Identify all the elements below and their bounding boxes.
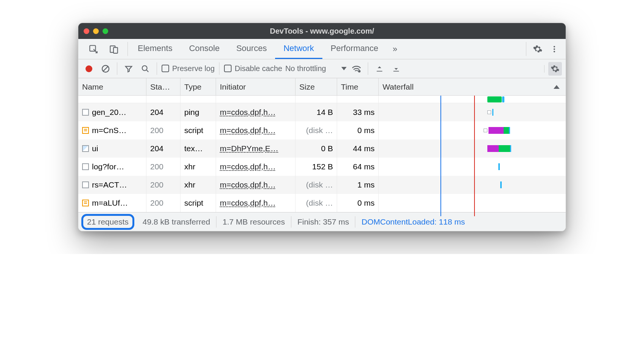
tab-performance[interactable]: Performance — [322, 39, 387, 59]
panel-tabs: Elements Console Sources Network Perform… — [129, 39, 403, 59]
request-name: m=aLUf… — [92, 198, 128, 208]
file-type-icon — [82, 127, 89, 134]
col-waterfall[interactable]: Waterfall — [379, 78, 566, 95]
minimize-icon[interactable] — [93, 28, 99, 34]
file-type-icon — [82, 163, 89, 170]
request-initiator[interactable]: m=cdos,dpf,h… — [220, 126, 276, 135]
svg-point-8 — [142, 65, 147, 70]
table-row[interactable]: rs=ACT… 200 xhr m=cdos,dpf,h… (disk … 1 … — [78, 176, 566, 194]
search-icon[interactable] — [138, 62, 152, 76]
status-transferred: 49.8 kB transferred — [137, 216, 217, 228]
table-row[interactable]: log?for… 200 xhr m=cdos,dpf,h… 152 B 64 … — [78, 158, 566, 176]
svg-line-7 — [103, 66, 108, 71]
request-name: m=CnS… — [92, 126, 127, 135]
svg-point-3 — [554, 46, 555, 47]
request-type: script — [180, 194, 216, 212]
waterfall-cell — [379, 176, 566, 194]
svg-point-10 — [358, 70, 361, 73]
request-name: rs=ACT… — [92, 180, 127, 189]
request-size: 14 B — [296, 103, 337, 121]
col-time[interactable]: Time — [337, 78, 379, 95]
clear-icon[interactable] — [99, 62, 112, 76]
tab-elements[interactable]: Elements — [129, 39, 181, 59]
svg-point-5 — [554, 51, 555, 52]
maximize-icon[interactable] — [103, 28, 108, 34]
request-size: 152 B — [296, 158, 337, 176]
record-button[interactable] — [82, 62, 96, 76]
request-time: 0 ms — [337, 194, 379, 212]
network-conditions-icon[interactable] — [350, 62, 363, 76]
request-status: 200 — [146, 121, 180, 139]
file-type-icon — [82, 181, 89, 188]
svg-rect-2 — [114, 47, 118, 53]
device-toolbar-icon[interactable] — [107, 42, 121, 56]
table-row[interactable]: m=aLUf… 200 script m=cdos,dpf,h… (disk …… — [78, 194, 566, 212]
sort-asc-icon — [554, 85, 560, 89]
request-initiator[interactable]: m=cdos,dpf,h… — [220, 180, 276, 189]
request-type: script — [180, 121, 216, 139]
request-status: 204 — [146, 103, 180, 121]
close-icon[interactable] — [84, 28, 89, 34]
table-row[interactable]: ui 204 tex… m=DhPYme,E… 0 B 44 ms — [78, 139, 566, 158]
requests-table: Name Sta… Type Initiator Size Time Water… — [78, 78, 566, 212]
table-row[interactable]: m=CnS… 200 script m=cdos,dpf,h… (disk … … — [78, 121, 566, 139]
table-header: Name Sta… Type Initiator Size Time Water… — [78, 78, 566, 96]
request-type: tex… — [180, 139, 216, 158]
waterfall-cell — [379, 121, 566, 139]
waterfall-cell — [379, 139, 566, 158]
network-toolbar: Preserve log Disable cache No throttling — [78, 59, 566, 78]
network-settings-icon[interactable] — [548, 62, 562, 76]
status-resources: 1.7 MB resources — [216, 216, 291, 228]
request-initiator[interactable]: m=DhPYme,E… — [220, 144, 278, 153]
request-name: gen_20… — [92, 108, 126, 117]
kebab-menu-icon[interactable] — [548, 42, 561, 56]
tab-console[interactable]: Console — [181, 39, 228, 59]
status-dcl: DOMContentLoaded: 118 ms — [355, 216, 471, 228]
request-type: xhr — [180, 176, 216, 194]
throttling-label: No throttling — [285, 64, 326, 73]
request-time: 64 ms — [337, 158, 379, 176]
request-time: 44 ms — [337, 139, 379, 158]
filter-icon[interactable] — [122, 62, 135, 76]
tab-overflow[interactable]: » — [387, 39, 403, 59]
request-size: (disk … — [296, 176, 337, 194]
export-har-icon[interactable] — [389, 62, 403, 76]
file-type-icon — [82, 200, 89, 206]
request-size: (disk … — [296, 121, 337, 139]
waterfall-cell — [379, 194, 566, 212]
request-time: 0 ms — [337, 121, 379, 139]
status-finish: Finish: 357 ms — [291, 216, 356, 228]
disable-cache-checkbox[interactable]: Disable cache — [224, 64, 282, 73]
col-status[interactable]: Sta… — [146, 78, 180, 95]
titlebar: DevTools - www.google.com/ — [78, 23, 566, 39]
waterfall-cell — [379, 158, 566, 176]
request-initiator[interactable]: m=cdos,dpf,h… — [220, 198, 276, 208]
request-initiator[interactable]: m=cdos,dpf,h… — [220, 108, 276, 117]
requests-count-highlight: 21 requests — [81, 214, 134, 230]
request-type: ping — [180, 103, 216, 121]
window-controls — [84, 28, 108, 34]
file-type-icon — [82, 109, 89, 116]
main-tabbar: Elements Console Sources Network Perform… — [78, 39, 566, 59]
disable-cache-label: Disable cache — [235, 64, 282, 73]
request-time: 1 ms — [337, 176, 379, 194]
col-size[interactable]: Size — [296, 78, 337, 95]
request-name: log?for… — [92, 162, 124, 171]
request-size: 0 B — [296, 139, 337, 158]
chevron-down-icon — [341, 67, 347, 70]
col-name[interactable]: Name — [78, 78, 146, 95]
import-har-icon[interactable] — [373, 62, 386, 76]
tab-sources[interactable]: Sources — [228, 39, 275, 59]
file-type-icon — [82, 145, 89, 152]
svg-line-9 — [146, 70, 149, 72]
inspect-icon[interactable] — [87, 42, 100, 56]
preserve-log-checkbox[interactable]: Preserve log — [162, 64, 215, 73]
throttling-select[interactable]: No throttling — [285, 64, 347, 73]
col-initiator[interactable]: Initiator — [216, 78, 296, 95]
request-initiator[interactable]: m=cdos,dpf,h… — [220, 162, 276, 171]
table-row[interactable]: gen_20… 204 ping m=cdos,dpf,h… 14 B 33 m… — [78, 103, 566, 121]
col-type[interactable]: Type — [180, 78, 216, 95]
settings-gear-icon[interactable] — [531, 42, 544, 56]
tab-network[interactable]: Network — [275, 39, 322, 59]
overview-strip — [78, 96, 566, 103]
